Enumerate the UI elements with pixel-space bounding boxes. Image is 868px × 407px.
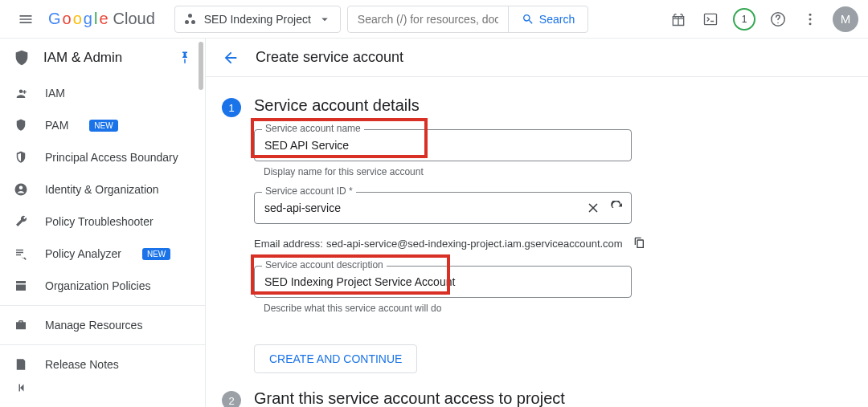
more-icon[interactable]: [800, 10, 820, 29]
boundary-icon: [13, 149, 29, 165]
name-field-hint: Display name for this service account: [264, 166, 849, 177]
step-2: 2 Grant this service account access to p…: [222, 389, 849, 407]
scrollbar-thumb[interactable]: [199, 42, 203, 90]
name-field-label: Service account name: [262, 123, 364, 134]
org-icon: [13, 278, 29, 294]
new-badge: NEW: [142, 248, 170, 260]
sidebar-item-label: Policy Analyzer: [45, 247, 121, 260]
sidebar-header: IAM & Admin: [0, 39, 205, 77]
menu-icon[interactable]: [10, 3, 42, 35]
new-badge: NEW: [89, 120, 117, 132]
shield-lock-icon: [13, 117, 29, 133]
sidebar-item-org-policies[interactable]: Organization Policies: [0, 270, 205, 302]
chevron-down-icon: [317, 12, 332, 26]
sidebar: IAM & Admin IAM PAM NEW Principal Access…: [0, 39, 206, 407]
iam-admin-icon: [13, 49, 31, 67]
sidebar-item-label: IAM: [45, 87, 65, 100]
desc-field-hint: Describe what this service account will …: [264, 303, 849, 314]
step-number-2: 2: [222, 391, 241, 407]
create-and-continue-button[interactable]: CREATE AND CONTINUE: [254, 344, 417, 373]
sidebar-item-manage-resources[interactable]: Manage Resources: [0, 309, 205, 341]
project-selector[interactable]: SED Indexing Project: [174, 6, 341, 33]
sidebar-item-identity[interactable]: Identity & Organization: [0, 173, 205, 206]
briefcase-icon: [13, 317, 29, 333]
refresh-icon[interactable]: [609, 200, 625, 216]
sidebar-title: IAM & Admin: [43, 50, 165, 66]
project-name: SED Indexing Project: [204, 13, 311, 26]
collapse-sidebar-button[interactable]: [10, 375, 35, 401]
step-2-title: Grant this service account access to pro…: [254, 389, 849, 407]
cloud-shell-icon[interactable]: [701, 10, 720, 29]
step-number-1: 1: [222, 98, 241, 117]
help-icon[interactable]: [768, 10, 788, 29]
clear-icon[interactable]: [585, 200, 601, 216]
svg-point-3: [809, 18, 812, 20]
top-header: Google Cloud SED Indexing Project Search…: [0, 0, 868, 39]
sidebar-item-label: Organization Policies: [45, 279, 151, 292]
search-button[interactable]: Search: [508, 6, 588, 32]
service-account-desc-input[interactable]: [254, 266, 632, 298]
sidebar-item-troubleshooter[interactable]: Policy Troubleshooter: [0, 206, 205, 238]
step-1: 1 Service account details Service accoun…: [222, 96, 849, 373]
page-title: Create service account: [256, 49, 403, 66]
header-actions: 1 M: [669, 6, 858, 32]
svg-point-2: [809, 13, 812, 15]
sidebar-item-label: PAM: [45, 119, 68, 132]
email-line: Email address: sed-api-service@sed-index…: [254, 235, 849, 251]
google-cloud-logo[interactable]: Google Cloud: [48, 10, 155, 28]
step-1-title: Service account details: [254, 96, 849, 115]
people-add-icon: [13, 85, 29, 101]
service-account-id-input[interactable]: [254, 192, 632, 224]
svg-rect-0: [705, 14, 717, 24]
sidebar-item-pab[interactable]: Principal Access Boundary: [0, 141, 205, 173]
avatar[interactable]: M: [833, 6, 858, 32]
sidebar-item-label: Manage Resources: [45, 319, 142, 332]
desc-field-label: Service account description: [262, 259, 387, 271]
search-box: Search: [347, 6, 588, 33]
svg-point-4: [809, 22, 812, 25]
sidebar-item-label: Policy Troubleshooter: [45, 215, 154, 228]
back-arrow-icon[interactable]: [222, 49, 240, 67]
person-circle-icon: [13, 181, 29, 197]
page-header: Create service account: [206, 39, 868, 77]
email-value: sed-api-service@sed-indexing-project.iam…: [326, 238, 623, 250]
copy-icon[interactable]: [631, 235, 647, 251]
wrench-icon: [13, 214, 29, 230]
svg-point-6: [19, 186, 23, 190]
email-label: Email address:: [254, 238, 323, 250]
sidebar-item-label: Identity & Organization: [45, 183, 159, 196]
service-account-name-input[interactable]: [254, 129, 632, 161]
list-search-icon: [13, 246, 29, 262]
id-field-label: Service account ID *: [262, 185, 356, 197]
pin-icon[interactable]: [178, 51, 192, 65]
sidebar-item-iam[interactable]: IAM: [0, 77, 205, 109]
sidebar-item-label: Release Notes: [45, 358, 119, 371]
notifications-badge[interactable]: 1: [733, 8, 755, 31]
sidebar-item-label: Principal Access Boundary: [45, 151, 178, 164]
search-icon: [522, 13, 534, 26]
main-content: Create service account 1 Service account…: [206, 39, 868, 407]
sidebar-item-pam[interactable]: PAM NEW: [0, 109, 205, 141]
search-input[interactable]: [348, 13, 508, 26]
notes-icon: [13, 356, 29, 372]
gift-icon[interactable]: [669, 10, 688, 29]
project-icon: [183, 12, 198, 26]
sidebar-item-analyzer[interactable]: Policy Analyzer NEW: [0, 238, 205, 270]
